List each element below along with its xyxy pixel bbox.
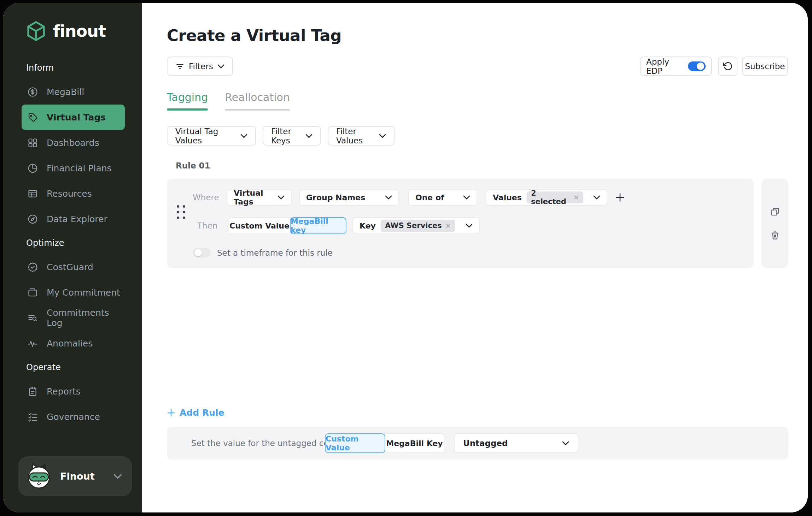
untagged-custom-value-segment[interactable]: Custom Value [325,433,385,453]
add-rule-label: Add Rule [180,408,224,418]
tab-label: Tagging [167,91,208,103]
refresh-button[interactable] [718,57,737,76]
chevron-down-icon [305,134,312,138]
then-label: Then [197,217,217,234]
dropdown-value: Group Names [306,193,365,202]
user-avatar [25,463,52,490]
finout-logo[interactable]: finout [25,20,142,42]
sidebar-section-optimize: Optimize [3,232,142,254]
filter-icon [175,62,185,71]
main-content: Create a Virtual Tag Filters Apply EDP S… [142,3,808,512]
dropdown-label: Values [493,193,522,202]
filters-label: Filters [189,62,213,71]
untagged-megabill-key-segment[interactable]: MegaBill Key [384,433,445,453]
chevron-down-icon [217,64,224,69]
subscribe-button[interactable]: Subscribe [742,57,788,76]
where-operator-dropdown[interactable]: One of [408,189,477,206]
tag-icon [27,112,38,123]
tabs: Tagging Reallocation [167,91,290,111]
chevron-down-icon [593,195,600,200]
where-values-dropdown[interactable]: Values 2 selected ✕ [486,189,607,206]
untagged-value-type-segment: Custom Value MegaBill Key [325,433,445,453]
chevron-down-icon [562,441,569,445]
tab-reallocation[interactable]: Reallocation [225,91,290,111]
filters-button[interactable]: Filters [167,57,233,76]
rule-card: Where Virtual Tags Group Names One of Va… [167,179,754,268]
chip-remove-icon[interactable]: ✕ [445,222,451,230]
virtual-tag-values-dropdown[interactable]: Virtual Tag Values [167,126,256,146]
delete-rule-icon[interactable] [770,230,780,241]
where-field-dropdown[interactable]: Group Names [299,189,399,206]
where-dimension-dropdown[interactable]: Virtual Tags [227,189,292,206]
timeframe-toggle[interactable] [193,248,211,257]
sidebar-item-virtual-tags[interactable]: Virtual Tags [22,105,125,130]
compass-icon [27,214,38,225]
dropdown-value: Virtual Tags [234,189,268,206]
sidebar-item-label: Commitments Log [47,308,125,328]
toggle-knob [194,249,202,256]
sidebar-item-data-explorer[interactable]: Data Explorer [22,206,125,232]
wallet-icon [27,287,38,298]
sidebar-section-inform: Inform [3,57,142,79]
plus-icon [615,192,625,202]
sidebar-item-costguard[interactable]: CostGuard [22,254,125,280]
megabill-key-segment[interactable]: MegaBill key [290,217,346,234]
list-search-icon [27,313,38,324]
app-window: finout Inform MegaBill Virtual Tags Dash… [3,3,808,512]
add-condition-button[interactable] [612,189,629,206]
plus-icon [167,409,175,417]
drag-handle-icon[interactable] [177,205,185,219]
sidebar-item-dashboards[interactable]: Dashboards [22,130,125,155]
chip-label: AWS Services [385,221,442,230]
sidebar-section-operate: Operate [3,356,142,379]
pie-chart-icon [27,163,38,174]
add-rule-button[interactable]: Add Rule [167,408,224,418]
chevron-down-icon [463,195,470,200]
dollar-circle-icon [27,87,38,97]
sidebar-item-label: Financial Plans [47,163,112,173]
sidebar-item-megabill[interactable]: MegaBill [22,79,125,105]
untagged-value-dropdown[interactable]: Untagged [454,433,578,453]
dropdown-value: One of [415,193,444,202]
user-menu[interactable]: Finout [18,456,132,496]
custom-value-segment[interactable]: Custom Value [228,217,291,234]
filter-dropdown-row: Virtual Tag Values Filter Keys Filter Va… [167,126,395,146]
tab-tagging[interactable]: Tagging [167,91,208,111]
sidebar-item-resources[interactable]: Resources [22,181,125,206]
dropdown-value: Untagged [463,439,508,448]
filter-keys-dropdown[interactable]: Filter Keys [263,126,321,146]
chevron-down-icon [466,224,473,228]
timeframe-label: Set a timeframe for this rule [217,248,333,257]
sidebar-item-anomalies[interactable]: Anomalies [22,331,125,356]
tab-underline [225,109,290,111]
values-chip: 2 selected ✕ [527,191,583,203]
rule-title: Rule 01 [176,161,210,170]
sidebar-item-reports[interactable]: Reports [22,379,125,404]
key-chip: AWS Services ✕ [381,220,455,232]
untagged-label: Set the value for the untagged cost [191,427,336,459]
duplicate-rule-icon[interactable] [770,207,780,217]
rotate-ccw-icon [723,61,732,71]
page-title: Create a Virtual Tag [167,26,341,45]
sidebar-item-label: My Commitment [47,287,120,298]
sidebar-item-commitments-log[interactable]: Commitments Log [22,305,125,331]
sidebar-item-governance[interactable]: Governance [22,404,125,429]
segment-label: MegaBill Key [386,439,443,448]
dropdown-label: Filter Keys [271,127,299,145]
then-key-dropdown[interactable]: Key AWS Services ✕ [352,217,480,234]
sidebar-item-financial-plans[interactable]: Financial Plans [22,155,125,181]
sidebar-item-my-commitment[interactable]: My Commitment [22,280,125,305]
then-value-type-segment: Custom Value MegaBill key [228,217,346,234]
tab-label: Reallocation [225,91,290,103]
segment-label: MegaBill key [291,217,346,235]
sidebar-nav: Inform MegaBill Virtual Tags Dashboards … [3,57,142,429]
sidebar-item-label: Dashboards [47,138,99,148]
checklist-icon [27,411,38,422]
table-icon [27,188,38,199]
sidebar-item-label: CostGuard [47,262,93,272]
filter-values-dropdown[interactable]: Filter Values [328,126,395,146]
apply-edp-toggle[interactable] [688,61,706,71]
chip-remove-icon[interactable]: ✕ [573,194,579,201]
where-label: Where [193,189,219,206]
sidebar-item-label: MegaBill [47,87,84,97]
